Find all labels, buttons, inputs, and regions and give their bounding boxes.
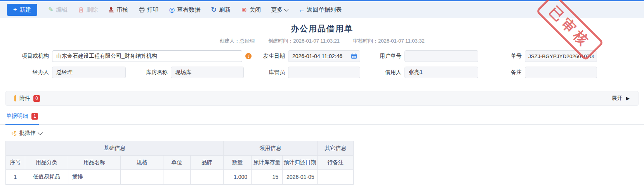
- col-seq: 序号: [6, 156, 25, 170]
- attachment-count-badge: 0: [33, 95, 40, 102]
- handler-input[interactable]: [52, 67, 126, 78]
- col-row-remark: 行备注: [318, 156, 354, 170]
- audited-value: 2026-01-07 11:03:32: [378, 38, 425, 44]
- audit-button[interactable]: 审核: [108, 6, 128, 14]
- field-remark: 备注: [500, 67, 597, 78]
- doc-meta: 创建人：总经理 创建时间：2026-01-07 11:03:21 审核时间：20…: [0, 38, 644, 45]
- created-meta: 创建时间：2026-01-07 11:03:21: [268, 38, 340, 45]
- cell-spec: [121, 170, 163, 185]
- expand-button[interactable]: 展开 ▶: [612, 95, 630, 102]
- warehouse-input[interactable]: [171, 67, 244, 78]
- table-row: 1 低值易耗品 插排 1.000 15 2026-01-05: [6, 170, 354, 185]
- table-group-header: 基础信息 领用信息 其它信息: [6, 141, 354, 156]
- view-data-label: 查看数据: [177, 6, 200, 14]
- col-name: 用品名称: [68, 156, 121, 170]
- cell-category: 低值易耗品: [25, 170, 68, 185]
- col-spec: 规格: [121, 156, 163, 170]
- cell-qty: 1.000: [224, 170, 252, 185]
- close-button[interactable]: ⊗ 关闭: [241, 6, 261, 14]
- chevron-down-icon: [284, 7, 289, 12]
- trash-icon: [78, 7, 84, 13]
- gear-icon: [12, 131, 17, 136]
- creator-value: 总经理: [240, 38, 255, 44]
- cell-unit: [163, 170, 191, 185]
- expand-label: 展开: [612, 95, 623, 102]
- col-unit: 单位: [163, 156, 191, 170]
- back-to-list-button[interactable]: ← 返回单据列表: [298, 6, 342, 14]
- cell-seq: 1: [6, 170, 25, 185]
- calendar-icon[interactable]: [351, 53, 357, 61]
- tab-detail[interactable]: 单据明细 1: [5, 111, 39, 125]
- keeper-label: 库管员: [253, 69, 285, 76]
- more-button[interactable]: 更多: [271, 6, 288, 14]
- field-date: 发生日期: [253, 50, 360, 62]
- doc-no-label: 单号: [500, 53, 522, 60]
- group-basic-info: 基础信息: [6, 141, 224, 156]
- refresh-button[interactable]: ↻ 刷新: [210, 6, 231, 14]
- cell-return-date: 2026-01-05: [283, 170, 318, 185]
- created-label: 创建时间：: [268, 38, 293, 44]
- keeper-input[interactable]: [288, 67, 360, 78]
- new-button-label: 新建: [19, 6, 31, 14]
- cell-row-remark: [318, 170, 354, 185]
- created-value: 2026-01-07 11:03:21: [293, 38, 340, 44]
- creator-meta: 创建人：总经理: [219, 38, 255, 45]
- delete-label: 删除: [86, 6, 98, 14]
- view-data-icon: ◎: [168, 7, 175, 13]
- table-column-header: 序号 用品分类 用品名称 规格 单位 品牌 数量 累计库存量 预计归还日期 行备…: [6, 156, 354, 170]
- date-box: [288, 50, 360, 62]
- new-button[interactable]: + 新建: [7, 4, 37, 16]
- refresh-label: 刷新: [219, 6, 231, 14]
- user-no-label: 用户单号: [370, 53, 401, 60]
- tab-detail-badge: 1: [31, 113, 38, 120]
- info-icon: !: [245, 53, 252, 59]
- tab-bar: 单据明细 1: [0, 111, 644, 125]
- col-stock: 累计库存量: [252, 156, 283, 170]
- back-arrow-icon: ←: [298, 7, 305, 13]
- page-title: 办公用品借用单: [0, 23, 644, 34]
- back-label: 返回单据列表: [307, 6, 342, 14]
- batch-operation-label: 批操作: [19, 130, 36, 137]
- audited-meta: 审核时间：2026-01-07 11:03:32: [353, 38, 425, 45]
- attachment-header: 附件 0: [14, 95, 40, 102]
- cell-name: 插排: [68, 170, 121, 185]
- user-no-input[interactable]: [404, 50, 478, 62]
- col-brand: 品牌: [191, 156, 224, 170]
- stamp-icon: [108, 7, 115, 13]
- field-keeper: 库管员: [253, 67, 360, 78]
- cell-stock: 15: [252, 170, 283, 185]
- close-label: 关闭: [249, 6, 261, 14]
- warehouse-label: 库房名称: [137, 69, 168, 76]
- refresh-icon: ↻: [210, 7, 217, 13]
- borrower-label: 借用人: [370, 69, 401, 76]
- org-label: 项目或机构: [5, 53, 49, 60]
- group-requisition-info: 领用信息: [224, 141, 318, 156]
- col-return-date: 预计归还日期: [283, 156, 318, 170]
- chevron-down-icon: [38, 130, 43, 135]
- more-label: 更多: [271, 6, 283, 14]
- creator-label: 创建人：: [219, 38, 240, 44]
- view-data-button[interactable]: ◎ 查看数据: [168, 6, 200, 14]
- attachment-label: 附件: [19, 95, 30, 102]
- date-input[interactable]: [288, 50, 360, 62]
- field-user-no: 用户单号: [370, 50, 478, 62]
- remark-input[interactable]: [525, 67, 597, 78]
- org-input[interactable]: [52, 50, 242, 62]
- tab-detail-label: 单据明细: [6, 113, 28, 120]
- audited-label: 审核时间：: [353, 38, 378, 44]
- batch-operation-button[interactable]: 批操作: [12, 130, 644, 137]
- plus-icon: +: [13, 7, 17, 13]
- delete-button[interactable]: 删除: [78, 6, 98, 14]
- col-qty: 数量: [224, 156, 252, 170]
- print-label: 打印: [147, 6, 158, 14]
- edit-button[interactable]: ✎ 编辑: [47, 6, 68, 14]
- date-label: 发生日期: [253, 53, 285, 60]
- expand-arrow-icon: ▶: [626, 96, 630, 101]
- attachment-marker-icon: [14, 95, 16, 101]
- close-icon: ⊗: [241, 7, 247, 13]
- print-button[interactable]: 打印: [138, 6, 158, 14]
- borrower-input[interactable]: [404, 67, 478, 78]
- pencil-icon: ✎: [47, 7, 54, 13]
- field-handler: 经办人: [5, 67, 126, 78]
- field-warehouse: 库房名称: [137, 67, 244, 78]
